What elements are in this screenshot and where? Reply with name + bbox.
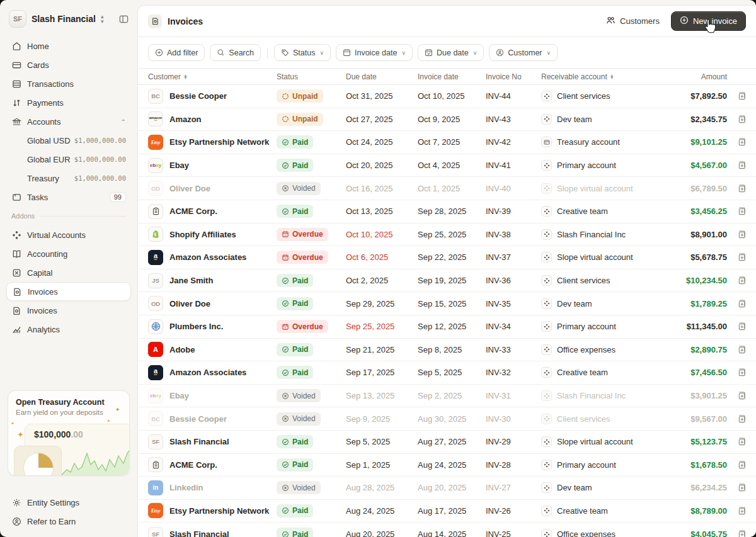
search-button[interactable]: Search [210, 44, 261, 61]
duplicate-invoice-icon[interactable] [727, 460, 756, 470]
due-date: Sep 25, 2025 [346, 322, 418, 331]
sidebar-account-global-eur[interactable]: Global EUR $1,000,000.00 [6, 150, 131, 169]
column-header-customer[interactable]: Customer▲▼ [148, 72, 277, 81]
duplicate-invoice-icon[interactable] [727, 115, 756, 124]
sidebar-item-virtual-accounts[interactable]: Virtual Accounts [6, 225, 131, 244]
virtual-account-icon [541, 529, 552, 537]
table-row[interactable]: OD Oliver Doe Paid Sep 29, 2025 Sep 15, … [138, 292, 756, 315]
status-cell: Voided [277, 389, 346, 402]
invoice-number: INV-37 [486, 252, 541, 262]
table-row[interactable]: Etsy Etsy Partnership Network Paid Oct 2… [138, 131, 756, 154]
invoice-number: INV-34 [486, 322, 541, 331]
table-row[interactable]: Etsy Etsy Partnership Network Paid Aug 2… [138, 500, 756, 523]
sidebar-item-transactions[interactable]: Transactions [6, 74, 131, 93]
status-cell: Paid [277, 205, 346, 218]
customer-name: Slash Financial [169, 529, 229, 537]
sidebar-item-home[interactable]: Home [6, 37, 131, 55]
table-row[interactable]: A Adobe Paid Sep 21, 2025 Sep 8, 2025 IN… [138, 339, 756, 362]
duplicate-invoice-icon[interactable] [727, 137, 756, 147]
duplicate-invoice-icon[interactable] [727, 161, 756, 170]
sidebar-account-global-usd[interactable]: Global USD $1,000,000.00 [6, 131, 131, 150]
workspace-switcher[interactable]: SF Slash Financial ▴▾ [6, 9, 131, 37]
sidebar: SF Slash Financial ▴▾ Home Cards Transac… [0, 0, 137, 537]
table-row[interactable]: BC Bessie Cooper Voided Sep 9, 2025 Aug … [138, 407, 756, 431]
invoice-number: INV-27 [486, 483, 541, 492]
duplicate-invoice-icon[interactable] [727, 529, 756, 537]
customer-cell: a⌣ Amazon Associates [148, 250, 277, 265]
table-row[interactable]: OD Oliver Doe Voided Oct 16, 2025 Oct 1,… [138, 177, 756, 200]
duplicate-invoice-icon[interactable] [727, 184, 756, 193]
virtual-account-icon [541, 298, 552, 309]
table-row[interactable]: a⌣ Amazon Associates Paid Sep 17, 2025 S… [138, 361, 756, 385]
duplicate-invoice-icon[interactable] [727, 322, 756, 331]
duplicate-invoice-icon[interactable] [727, 391, 756, 400]
table-row[interactable]: SF Slash Financial Paid Aug 20, 2025 Aug… [138, 523, 756, 537]
duplicate-invoice-icon[interactable] [727, 276, 756, 285]
sidebar-item-accounts[interactable]: Accounts ⌃ [6, 112, 131, 131]
amazon-smile-dark: a⌣ [148, 250, 163, 265]
chevron-up-icon[interactable]: ⌃ [121, 118, 126, 125]
table-row[interactable]: ebay Ebay Voided Sep 13, 2025 Sep 2, 202… [138, 385, 756, 408]
duplicate-invoice-icon[interactable] [727, 506, 756, 516]
new-invoice-button[interactable]: New invoice [671, 11, 746, 31]
treasury-promo-card[interactable]: Open Treasury Account Earn yield on your… [8, 390, 130, 476]
table-row[interactable]: Plumbers Inc. Overdue Sep 25, 2025 Sep 1… [138, 315, 756, 339]
invoice-icon [12, 286, 22, 297]
table-row[interactable]: SF Slash Financial Paid Sep 5, 2025 Aug … [138, 431, 756, 454]
status-filter-dropdown[interactable]: Status ∨ [274, 44, 331, 61]
table-row[interactable]: JS Jane Smith Paid Oct 2, 2025 Sep 19, 2… [138, 269, 756, 293]
treasury-card-title: Open Treasury Account [16, 398, 122, 407]
table-row[interactable]: amazon⌣ Amazon Unpaid Oct 27, 2025 Oct 9… [138, 108, 756, 132]
duplicate-invoice-icon[interactable] [727, 299, 756, 308]
sidebar-item-entity-settings[interactable]: Entity Settings [6, 493, 131, 512]
sidebar-item-analytics[interactable]: Analytics [6, 320, 131, 339]
status-badge: Voided [277, 481, 321, 494]
add-filter-button[interactable]: Add filter [148, 44, 205, 61]
collapse-sidebar-icon[interactable] [119, 14, 129, 24]
duplicate-invoice-icon[interactable] [727, 437, 756, 446]
sidebar-account-treasury[interactable]: Treasury $1,000,000.00 [6, 169, 131, 188]
column-header-due-date: Due date [346, 72, 418, 81]
duplicate-invoice-icon[interactable] [727, 483, 756, 492]
customers-button[interactable]: Customers [602, 13, 663, 30]
duplicate-invoice-icon[interactable] [727, 414, 756, 424]
sidebar-item-accounting[interactable]: Accounting [6, 244, 131, 263]
table-row[interactable]: ACME Corp. Paid Oct 13, 2025 Sep 28, 202… [138, 200, 756, 223]
customer-name: Amazon Associates [169, 368, 246, 377]
status-cell: Overdue [277, 251, 346, 264]
receivable-account-cell: Client services [541, 275, 667, 286]
duplicate-invoice-icon[interactable] [727, 91, 756, 101]
duplicate-invoice-icon[interactable] [727, 206, 756, 216]
sidebar-item-capital[interactable]: Capital [6, 263, 131, 282]
sidebar-item-cards[interactable]: Cards [6, 55, 131, 74]
column-header-receivable-account[interactable]: Receivable account▲▼ [541, 72, 667, 81]
amount: $6,234.25 [667, 483, 727, 492]
table-row[interactable]: ebay Ebay Paid Oct 20, 2025 Oct 4, 2025 … [138, 154, 756, 178]
table-row[interactable]: in Linkedin Voided Aug 28, 2025 Aug 20, … [138, 477, 756, 500]
receivable-account-cell: Primary account [541, 160, 667, 171]
sidebar-item-refer-to-earn[interactable]: Refer to Earn [6, 512, 131, 531]
sidebar-item-payments[interactable]: Payments [6, 93, 131, 112]
sidebar-item-invoices-2[interactable]: Invoices [6, 301, 131, 320]
duplicate-invoice-icon[interactable] [727, 345, 756, 354]
invoice-date-filter-dropdown[interactable]: Invoice date ∨ [336, 44, 413, 61]
due-date: Oct 27, 2025 [346, 115, 418, 124]
invoice-date: Aug 17, 2025 [418, 506, 486, 516]
account-name: Primary account [557, 161, 616, 170]
status-badge: Paid [277, 435, 313, 448]
due-date-filter-dropdown[interactable]: Due date ∨ [418, 44, 484, 61]
duplicate-invoice-icon[interactable] [727, 368, 756, 377]
sidebar-item-invoices-selected[interactable]: Invoices [6, 282, 131, 301]
duplicate-invoice-icon[interactable] [727, 230, 756, 239]
table-row[interactable]: ACME Corp. Paid Sep 1, 2025 Aug 24, 2025… [138, 454, 756, 477]
customer-filter-dropdown[interactable]: Customer ∨ [489, 44, 558, 61]
ebay-logo: ebay [148, 388, 163, 404]
initials-avatar: SF [148, 434, 163, 449]
table-row[interactable]: Shopify Affiliates Overdue Oct 10, 2025 … [138, 223, 756, 247]
amount: $2,345.75 [667, 115, 727, 124]
table-row[interactable]: a⌣ Amazon Associates Overdue Oct 6, 2025… [138, 246, 756, 269]
table-row[interactable]: BC Bessie Cooper Unpaid Oct 31, 2025 Oct… [138, 85, 756, 108]
duplicate-invoice-icon[interactable] [727, 252, 756, 262]
sidebar-item-tasks[interactable]: Tasks 99 [6, 188, 131, 206]
tasks-icon [11, 192, 21, 202]
